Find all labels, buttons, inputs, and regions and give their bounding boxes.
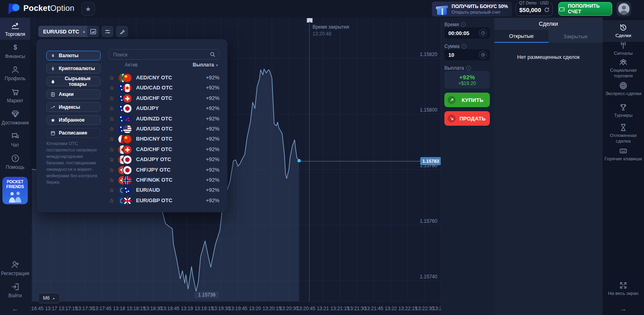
category-crypto[interactable]: BКриптовалюты [46, 64, 101, 73]
sell-button[interactable]: ПРОДАТЬ [444, 111, 490, 126]
pocket-friends-label: POCKET FRIENDS [3, 180, 27, 189]
favorite-star-icon[interactable]: ☆ [109, 75, 114, 81]
asset-row[interactable]: ☆AUD/JPY+92% [105, 104, 220, 114]
asset-name: CAD/CHF OTC [136, 146, 172, 152]
currency-pair-flags [118, 176, 132, 184]
droplet-icon [50, 79, 56, 84]
asset-dropdown-panel: $ВалютыBКриптовалютыСырьевые товарыАкции… [36, 39, 227, 212]
help-icon[interactable]: ? [466, 66, 471, 70]
close-time-tooltip: Время закрытия 13:20:48 [312, 24, 349, 37]
help-icon[interactable]: ? [461, 22, 466, 27]
favorite-star-icon[interactable]: ☆ [109, 167, 114, 173]
favorite-star-icon[interactable]: ☆ [109, 85, 114, 91]
favorite-star-icon[interactable]: ☆ [109, 187, 114, 193]
people-icon [619, 58, 627, 66]
right-sidebar-item-hotkeys[interactable]: Горячие клавиши [603, 145, 644, 164]
collapse-right-sidebar-icon[interactable]: → [603, 305, 644, 313]
right-sidebar-item-express[interactable]: Экспресс-сделки [603, 80, 644, 98]
right-sidebar: СделкиСигналыСоциальная торговляЭкспресс… [603, 18, 644, 315]
asset-row[interactable]: ☆AUD/CHF OTC+92% [105, 93, 220, 104]
asset-row[interactable]: ☆CAD/CHF OTC+92% [105, 145, 220, 155]
timeframe-button[interactable]: M6 ▲ [38, 293, 60, 303]
sidebar-item-help[interactable]: ?Помощь [0, 151, 30, 173]
refresh-balance-icon[interactable] [544, 7, 550, 13]
sidebar-item-signup[interactable]: Регистрация [0, 257, 30, 279]
sidebar-item-login[interactable]: Войти [0, 279, 30, 301]
time-axis-label: 13:21 [317, 306, 329, 311]
category-favorites[interactable]: Избранное [46, 115, 101, 125]
favorite-star-icon[interactable]: ☆ [109, 146, 114, 153]
tab-closed-trades[interactable]: Закрытые [549, 30, 603, 43]
time-axis-label: 13:17 [45, 306, 57, 311]
favorite-star-icon[interactable]: ☆ [109, 116, 114, 122]
right-sidebar-item-social[interactable]: Социальная торговля [603, 56, 644, 81]
sidebar-item-market[interactable]: Маркет [0, 84, 30, 106]
right-sidebar-item-pending[interactable]: Отложенная сделка [603, 122, 644, 146]
chat-icon [11, 132, 20, 141]
currency-pair-flags [118, 135, 132, 143]
asset-row[interactable]: ☆EUR/AUD+92% [105, 185, 220, 195]
timeframe-value: M6 [43, 295, 50, 301]
asset-row[interactable]: ☆AUD/USD OTC+92% [105, 124, 220, 134]
asset-row[interactable]: ☆CHF/NOK OTC+92% [105, 175, 220, 185]
asset-payout: +92% [206, 177, 219, 183]
category-currencies[interactable]: $Валюты [46, 51, 101, 60]
chart-type-button[interactable] [87, 26, 99, 37]
asset-row[interactable]: ☆AUD/CAD OTC+92% [105, 83, 220, 93]
dollar-circle-icon: $ [481, 52, 485, 57]
bonus-banner[interactable]: ПОЛУЧИТЬ БОНУС 50% Открыть реальный счет [432, 2, 512, 17]
time-picker-button[interactable] [479, 29, 487, 37]
right-sidebar-item-trades[interactable]: Сделки [603, 20, 644, 42]
buy-button[interactable]: КУПИТЬ [444, 93, 490, 107]
category-commodities[interactable]: Сырьевые товары [46, 77, 101, 86]
help-icon[interactable]: ? [462, 44, 466, 49]
asset-row[interactable]: ☆AED/CNY OTC+92% [105, 73, 220, 83]
category-indices[interactable]: Индексы [46, 102, 101, 112]
time-axis-label: 13:21:30 [347, 306, 366, 311]
asset-row[interactable]: ☆CAD/JPY OTC+92% [105, 155, 220, 165]
current-price-dot [297, 159, 301, 162]
sidebar-item-label: Торговля [5, 31, 25, 37]
pocket-friends-banner[interactable]: POCKET FRIENDS [2, 177, 28, 204]
balance-box[interactable]: QT Demo USD $50,000 [516, 3, 553, 16]
indicators-button[interactable] [101, 26, 114, 37]
category-stocks[interactable]: Акции [46, 89, 101, 99]
asset-row[interactable]: ☆CHF/JPY OTC+92% [105, 165, 220, 175]
avatar[interactable] [617, 2, 631, 16]
symbol-label: EUR/USD OTC [43, 29, 79, 35]
favorite-star-icon[interactable]: ☆ [109, 126, 114, 132]
category-schedule[interactable]: Расписание [46, 128, 101, 138]
drawing-tools-button[interactable] [116, 26, 128, 37]
favorite-star-icon[interactable]: ☆ [109, 177, 114, 183]
sidebar-item-profile[interactable]: Профиль [0, 62, 30, 84]
right-sidebar-item-tournaments[interactable]: Турниры [603, 102, 644, 120]
right-sidebar-item-signals[interactable]: Сигналы [603, 39, 644, 58]
asset-name: EUR/AUD [136, 187, 160, 193]
currency-picker-button[interactable]: $ [479, 51, 487, 59]
favorite-star-icon[interactable]: ☆ [109, 95, 114, 102]
collapse-sidebar-icon[interactable]: ← [0, 303, 30, 315]
favorites-star-button[interactable]: ★ [81, 2, 95, 16]
symbol-dropdown-button[interactable]: EUR/USD OTC ▲ [38, 26, 90, 37]
asset-row[interactable]: ☆BHD/CNY OTC+92% [105, 134, 220, 144]
favorite-star-icon[interactable]: ☆ [109, 156, 114, 163]
right-sidebar-item-fullscreen[interactable]: На весь экран [603, 280, 644, 298]
close-time-flag-icon [307, 18, 312, 23]
tab-open-trades[interactable]: Открытые [494, 30, 549, 43]
sidebar-item-achievements[interactable]: Достижения [0, 106, 30, 128]
currency-pair-flags [118, 166, 132, 174]
sidebar-item-trade[interactable]: Торговля [0, 18, 30, 40]
currency-pair-flags [118, 155, 132, 164]
fullscreen-icon [619, 281, 627, 290]
column-header-payout-sort[interactable]: Выплата ▼ [193, 62, 219, 68]
asset-row[interactable]: ☆EUR/GBP OTC+92% [105, 196, 220, 206]
asset-name: CHF/NOK OTC [136, 177, 172, 183]
favorite-star-icon[interactable]: ☆ [109, 136, 114, 142]
favorite-star-icon[interactable]: ☆ [109, 197, 114, 204]
asset-row[interactable]: ☆AUD/NZD OTC+92% [105, 114, 220, 124]
sidebar-item-finance[interactable]: $Финансы [0, 40, 30, 62]
sidebar-item-chat[interactable]: Чат [0, 128, 30, 151]
search-input[interactable] [109, 49, 219, 60]
deposit-button[interactable]: ПОПОЛНИТЬ СЧЕТ [558, 2, 612, 16]
favorite-star-icon[interactable]: ☆ [109, 105, 114, 112]
